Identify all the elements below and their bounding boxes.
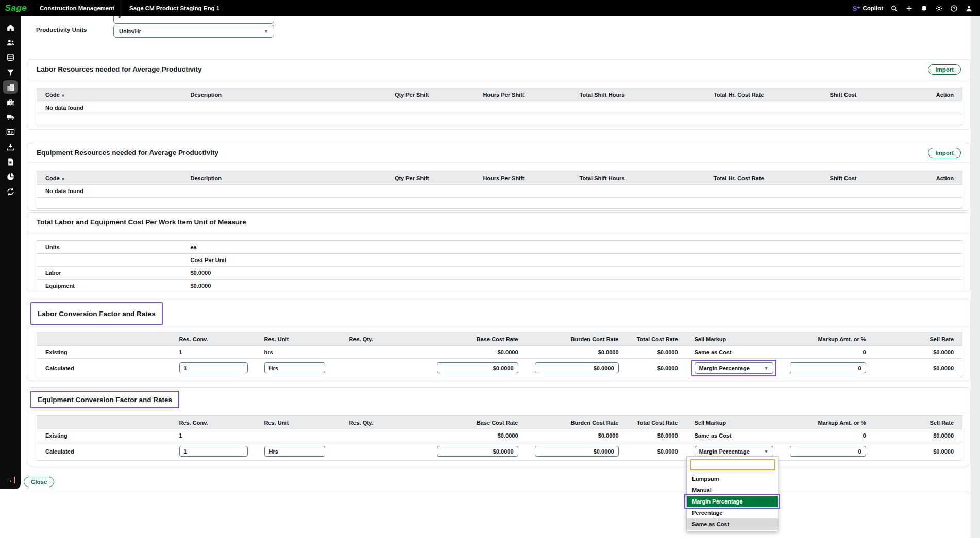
labor-sell-markup-value: Margin Percentage — [699, 365, 750, 371]
copilot-button[interactable]: S⁺ Copilot — [853, 5, 883, 12]
column-header-shift-cost[interactable]: Shift Cost — [772, 171, 865, 185]
id-card-icon[interactable] — [3, 125, 18, 138]
pie-chart-icon[interactable] — [3, 170, 18, 183]
column-header-total-hr-cost-rate[interactable]: Total Hr. Cost Rate — [633, 88, 772, 101]
total-cost-table: Unitsea Cost Per Unit Labor$0.0000 Equip… — [37, 240, 962, 292]
existing-res-qty — [341, 429, 429, 442]
labor-conversion-title-highlight: Labor Conversion Factor and Rates — [30, 302, 163, 325]
column-header-total-cost-rate: Total Cost Rate — [627, 333, 686, 346]
equipment-resources-import-button[interactable]: Import — [928, 148, 961, 158]
labor-conversion-table: Res. Conv. Res. Unit Res. Qty. Base Cost… — [37, 332, 962, 377]
home-icon[interactable] — [3, 21, 18, 34]
dropdown-filter-input[interactable] — [690, 459, 775, 470]
labor-conversion-title: Labor Conversion Factor and Rates — [38, 310, 156, 318]
equipment-conversion-card: Equipment Conversion Factor and Rates Re… — [27, 387, 971, 466]
row-label: Existing — [37, 429, 171, 442]
column-header-res-qty: Res. Qty. — [341, 416, 429, 429]
existing-res-unit — [256, 429, 341, 442]
settings-gear-icon[interactable] — [935, 4, 943, 12]
help-icon[interactable] — [950, 4, 958, 12]
document-icon[interactable] — [3, 155, 18, 168]
add-icon[interactable] — [905, 4, 913, 12]
column-header-burden-cost-rate: Burden Cost Rate — [527, 333, 627, 346]
labor-sell-markup-select[interactable]: Margin Percentage ▼ — [695, 362, 773, 374]
labor-res-unit-input[interactable] — [264, 362, 325, 373]
content-bottom-divider — [21, 493, 971, 493]
dropdown-option-percentage[interactable]: Percentage — [687, 507, 778, 518]
existing-sell-markup: Same as Cost — [686, 429, 782, 442]
column-header-hours-per-shift[interactable]: Hours Per Shift — [437, 171, 533, 185]
labor-markup-amt-input[interactable] — [790, 362, 866, 373]
coins-icon[interactable] — [3, 50, 18, 64]
truck-icon[interactable] — [3, 110, 18, 124]
equipment-label: Equipment — [37, 280, 182, 292]
close-button[interactable]: Close — [24, 477, 54, 487]
total-cost-title: Total Labor and Equipment Cost Per Work … — [37, 218, 246, 226]
notifications-bell-icon[interactable] — [920, 4, 928, 12]
equipment-conversion-table: Res. Conv. Res. Unit Res. Qty. Base Cost… — [37, 415, 962, 461]
estimating-icon[interactable] — [3, 80, 18, 94]
column-header-description[interactable]: Description — [182, 171, 342, 185]
labor-res-conv-input[interactable] — [179, 362, 248, 373]
productivity-units-select[interactable]: Units/Hr ▼ — [113, 25, 274, 38]
filter-icon[interactable] — [3, 65, 18, 79]
sync-icon[interactable] — [3, 185, 18, 198]
total-cost-card: Total Labor and Equipment Cost Per Work … — [27, 212, 971, 292]
equipment-base-cost-rate-input[interactable] — [437, 446, 518, 457]
labor-resources-import-button[interactable]: Import — [928, 64, 961, 75]
labor-burden-cost-rate-input[interactable] — [535, 362, 619, 373]
column-header-hours-per-shift[interactable]: Hours Per Shift — [437, 88, 533, 101]
column-header-res-unit: Res. Unit — [256, 333, 341, 346]
column-header-description[interactable]: Description — [182, 88, 342, 101]
column-header-action: Action — [865, 88, 962, 101]
column-header-burden-cost-rate: Burden Cost Rate — [527, 416, 627, 429]
dropdown-option-manual[interactable]: Manual — [687, 484, 778, 496]
column-header-qty-per-shift[interactable]: Qty Per Shift — [342, 171, 437, 185]
column-header-code[interactable]: Code∨ — [37, 171, 182, 185]
top-bar: Sage Construction Management Sage CM Pro… — [0, 0, 980, 16]
download-icon[interactable] — [3, 140, 18, 153]
column-header-total-hr-cost-rate[interactable]: Total Hr. Cost Rate — [633, 171, 772, 185]
labor-label: Labor — [37, 267, 182, 280]
sell-markup-dropdown-popup: Lumpsum Manual Margin Percentage Percent… — [686, 456, 778, 531]
existing-markup-amt: 0 — [782, 429, 874, 442]
expand-sidebar-button[interactable]: → — [0, 476, 21, 484]
left-navigation-rail: → — [0, 16, 21, 489]
equipment-burden-cost-rate-input[interactable] — [535, 446, 619, 457]
column-header-total-shift-hours[interactable]: Total Shift Hours — [533, 171, 633, 185]
toolbox-icon[interactable] — [3, 95, 18, 109]
units-value: ea — [182, 241, 962, 254]
people-icon[interactable] — [3, 36, 18, 49]
equipment-res-unit-input[interactable] — [264, 446, 325, 457]
dropdown-option-same-as-cost[interactable]: Same as Cost — [687, 518, 778, 530]
labor-conversion-card: Labor Conversion Factor and Rates Res. C… — [27, 299, 971, 381]
column-header-shift-cost[interactable]: Shift Cost — [772, 88, 865, 101]
search-icon[interactable] — [890, 4, 898, 12]
user-profile-icon[interactable] — [965, 4, 973, 12]
equipment-sell-rate: $0.0000 — [874, 442, 962, 461]
labor-base-cost-rate-input[interactable] — [437, 362, 518, 373]
equipment-res-qty-cell — [341, 442, 429, 461]
equipment-sell-markup-value: Margin Percentage — [699, 448, 750, 455]
existing-burden-cost-rate: $0.0000 — [527, 429, 627, 442]
empty-row — [37, 198, 962, 209]
main-content: 0 Productivity Units Units/Hr ▼ Labor Re… — [21, 16, 971, 538]
labor-cost-value: $0.0000 — [182, 267, 962, 280]
column-header-code[interactable]: Code∨ — [37, 88, 182, 101]
dropdown-option-lumpsum[interactable]: Lumpsum — [687, 473, 778, 484]
equipment-markup-amt-input[interactable] — [790, 446, 866, 457]
column-header-action: Action — [865, 171, 962, 185]
dropdown-option-margin-percentage[interactable]: Margin Percentage — [687, 496, 778, 507]
environment-title: Sage CM Product Staging Eng 1 — [122, 5, 227, 11]
chevron-down-icon: ▼ — [264, 29, 268, 34]
labor-resources-table: Code∨ Description Qty Per Shift Hours Pe… — [37, 88, 962, 125]
labor-total-cost-rate: $0.0000 — [627, 359, 686, 377]
productivity-units-value: Units/Hr — [119, 28, 141, 34]
labor-sell-markup-highlight: Margin Percentage ▼ — [691, 360, 776, 376]
equipment-res-conv-input[interactable] — [179, 446, 248, 457]
existing-total-cost-rate: $0.0000 — [627, 429, 686, 442]
column-header-total-shift-hours[interactable]: Total Shift Hours — [533, 88, 633, 101]
column-header-qty-per-shift[interactable]: Qty Per Shift — [342, 88, 437, 101]
equipment-sell-markup-select[interactable]: Margin Percentage ▼ — [695, 446, 773, 457]
existing-res-conv: 1 — [171, 346, 256, 359]
